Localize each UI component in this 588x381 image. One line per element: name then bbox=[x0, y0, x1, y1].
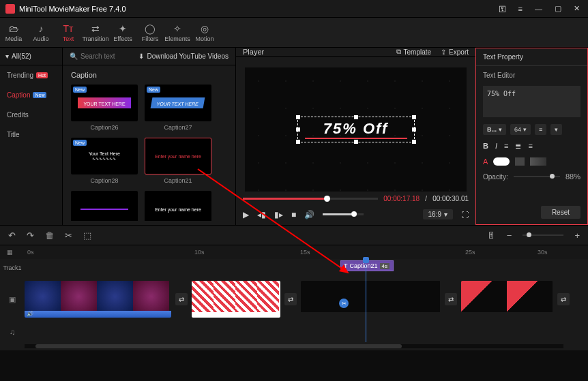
reset-button[interactable]: Reset bbox=[541, 206, 580, 219]
zoom-in-button[interactable]: + bbox=[574, 230, 580, 241]
play-button[interactable]: ▶ bbox=[243, 210, 249, 219]
ruler-icon: ▦ bbox=[7, 249, 13, 256]
thumb-caption28[interactable]: NewYour Text Here∿∿∿∿∿∿∿ Caption28 bbox=[71, 138, 138, 184]
tab-media[interactable]: 🗁Media bbox=[0, 18, 27, 47]
seek-bar[interactable] bbox=[243, 198, 378, 200]
category-sidebar: ▾All(52) TrendingHot CaptionNew Credits … bbox=[0, 48, 63, 225]
volume-slider[interactable] bbox=[323, 213, 364, 215]
stop-button[interactable]: ■ bbox=[291, 210, 296, 219]
thumb-caption26[interactable]: NewYOUR TEXT HERE Caption26 bbox=[71, 85, 138, 131]
export-button[interactable]: ⇪Export bbox=[441, 48, 469, 56]
opacity-slider[interactable] bbox=[514, 176, 560, 177]
color-swatch[interactable] bbox=[493, 157, 510, 166]
aspect-select[interactable]: 16:9▾ bbox=[423, 209, 453, 219]
preview-canvas[interactable]: 75% Off bbox=[245, 67, 467, 192]
app-title: MiniTool MovieMaker Free 7.4.0 bbox=[19, 5, 496, 13]
download-icon: ⬇ bbox=[138, 52, 144, 60]
thumb-caption21[interactable]: Enter your name here Caption21 bbox=[145, 138, 211, 184]
thumb-caption22[interactable]: Caption22 bbox=[71, 191, 138, 221]
search-icon: 🔍 bbox=[70, 52, 78, 60]
player-title: Player bbox=[243, 48, 387, 56]
badge-hot: Hot bbox=[36, 72, 48, 78]
tab-motion[interactable]: ◎Motion bbox=[191, 18, 218, 47]
gallery-section-title: Caption bbox=[63, 65, 235, 85]
gradient-button[interactable] bbox=[530, 157, 546, 166]
align-center-button[interactable]: ≣ bbox=[515, 142, 521, 151]
split-button[interactable]: ✂ bbox=[65, 230, 72, 241]
video-track-icon: ▣ bbox=[0, 277, 25, 322]
video-clip-3[interactable] bbox=[301, 281, 441, 318]
zoom-out-button[interactable]: − bbox=[507, 230, 512, 241]
category-all[interactable]: ▾All(52) bbox=[0, 48, 62, 65]
transition-button-3[interactable]: ⇄ bbox=[445, 293, 457, 305]
align-right-button[interactable]: ≡ bbox=[528, 142, 532, 151]
audio-track-icon: ♫ bbox=[0, 328, 25, 336]
video-clip-4[interactable] bbox=[461, 281, 553, 318]
tab-effects[interactable]: ✦Effects bbox=[109, 18, 136, 47]
playhead[interactable] bbox=[366, 259, 366, 342]
text-color-button[interactable]: A bbox=[483, 157, 488, 166]
timeline-toolbar: ↶ ↷ 🗑 ✂ ⬚ 🎚 − + bbox=[0, 225, 588, 245]
close-button[interactable]: ✕ bbox=[571, 3, 583, 14]
tab-transition[interactable]: ⇄Transition bbox=[82, 18, 109, 47]
tab-audio[interactable]: ♪Audio bbox=[27, 18, 55, 47]
app-logo bbox=[5, 4, 15, 14]
transition-button-2[interactable]: ⇄ bbox=[284, 293, 297, 305]
text-editor-label: Text Editor bbox=[483, 72, 580, 79]
timeline-tracks: Track1 TCaption214s ▣ 🔊 ⇄ ⇄ ⇄ bbox=[0, 259, 588, 342]
cat-trending[interactable]: TrendingHot bbox=[0, 65, 62, 85]
template-icon: ⧉ bbox=[396, 48, 401, 56]
redo-button[interactable]: ↷ bbox=[27, 230, 34, 241]
badge-new: New bbox=[33, 92, 46, 98]
search-input[interactable]: 🔍 Search text bbox=[70, 52, 138, 60]
size-select[interactable]: 64▾ bbox=[510, 124, 531, 135]
cat-title[interactable]: Title bbox=[0, 125, 62, 144]
fullscreen-button[interactable]: ⛶ bbox=[461, 211, 469, 219]
bold-button[interactable]: B bbox=[483, 142, 488, 151]
volume-icon[interactable]: 🔊 bbox=[304, 210, 314, 219]
crop-button[interactable]: ⬚ bbox=[83, 230, 91, 241]
text-editor-input[interactable] bbox=[483, 86, 580, 117]
prev-frame-button[interactable]: ◂▮ bbox=[257, 210, 266, 219]
audio-track-icon[interactable]: 🎚 bbox=[487, 230, 496, 241]
cat-credits[interactable]: Credits bbox=[0, 105, 62, 125]
undo-button[interactable]: ↶ bbox=[8, 230, 16, 241]
fill-color-button[interactable] bbox=[515, 157, 525, 166]
zoom-slider[interactable] bbox=[523, 234, 563, 236]
thumb-caption23[interactable]: Enter your name here Caption23 bbox=[145, 191, 211, 221]
titlebar: MiniTool MovieMaker Free 7.4.0 ⚿ ≡ ― ▢ ✕ bbox=[0, 0, 588, 18]
delete-button[interactable]: 🗑 bbox=[45, 230, 54, 241]
download-youtube-link[interactable]: ⬇ Download YouTube Videos bbox=[138, 52, 229, 60]
export-icon: ⇪ bbox=[441, 48, 446, 56]
split-marker-icon[interactable]: ✂ bbox=[339, 299, 349, 308]
font-select[interactable]: B...▾ bbox=[483, 124, 506, 135]
italic-button[interactable]: I bbox=[495, 142, 497, 151]
minimize-button[interactable]: ― bbox=[532, 3, 545, 14]
key-icon[interactable]: ⚿ bbox=[496, 3, 509, 14]
text-property-panel: Text Property Text Editor B...▾ 64▾ ≡ ▾ … bbox=[475, 48, 588, 225]
line-spacing-button[interactable]: ≡ bbox=[535, 124, 546, 135]
horizontal-scrollbar[interactable] bbox=[0, 342, 588, 350]
text-property-title: Text Property bbox=[476, 48, 587, 66]
more-button[interactable]: ▾ bbox=[550, 124, 562, 135]
video-clip-1[interactable]: 🔊 bbox=[25, 281, 171, 318]
cat-caption[interactable]: CaptionNew bbox=[0, 85, 62, 105]
tab-filters[interactable]: ◯Filters bbox=[136, 18, 164, 47]
transition-button-4[interactable]: ⇄ bbox=[557, 293, 570, 305]
preview-text: 75% Off bbox=[323, 120, 389, 138]
tab-elements[interactable]: ✧Elements bbox=[164, 18, 191, 47]
maximize-button[interactable]: ▢ bbox=[552, 3, 564, 14]
next-frame-button[interactable]: ▮▸ bbox=[274, 210, 283, 219]
transition-button-1[interactable]: ⇄ bbox=[175, 293, 188, 305]
tab-text[interactable]: TтText bbox=[55, 18, 82, 47]
align-left-button[interactable]: ≡ bbox=[504, 142, 508, 151]
menu-icon[interactable]: ≡ bbox=[516, 3, 525, 14]
preview-text-box[interactable]: 75% Off bbox=[297, 117, 415, 142]
gallery-panel: 🔍 Search text ⬇ Download YouTube Videos … bbox=[63, 48, 235, 225]
timeline-ruler[interactable]: ▦ 0s 10s 15s 25s 30s bbox=[0, 245, 588, 259]
time-duration: 00:00:30.01 bbox=[432, 195, 469, 202]
thumb-caption27[interactable]: NewYOUR TEXT HERE Caption27 bbox=[145, 85, 211, 131]
video-clip-2[interactable] bbox=[192, 281, 280, 318]
opacity-value: 88% bbox=[565, 172, 580, 181]
template-button[interactable]: ⧉Template bbox=[396, 48, 432, 56]
